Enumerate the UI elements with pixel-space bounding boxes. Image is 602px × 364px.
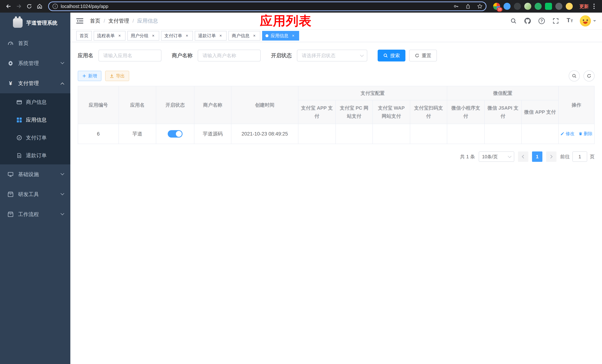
app-name-label: 应用名 xyxy=(78,52,93,59)
export-button-label: 导出 xyxy=(116,73,125,79)
bank-card-icon xyxy=(16,99,22,105)
status-select-placeholder: 请选择开启状态 xyxy=(302,52,335,59)
extension-puzzle2-icon[interactable] xyxy=(555,3,562,10)
add-button[interactable]: 新增 xyxy=(78,71,101,81)
refresh-icon[interactable] xyxy=(24,1,34,11)
refresh-table-button[interactable] xyxy=(583,70,595,81)
delete-link-label: 删除 xyxy=(584,131,592,137)
status-toggle[interactable] xyxy=(168,130,183,138)
tab-app-info[interactable]: 应用信息 xyxy=(262,31,299,41)
col-created: 创建时间 xyxy=(231,86,298,124)
next-page-button[interactable] xyxy=(546,151,557,162)
close-icon[interactable] xyxy=(291,33,296,38)
col-wx-app: 微信 APP 支付 xyxy=(521,100,559,124)
tab-pay-order[interactable]: 支付订单 xyxy=(161,31,193,41)
chevron-right-icon xyxy=(549,155,553,159)
gear-icon xyxy=(7,60,14,66)
sidebar-item-workflow[interactable]: 工作流程 xyxy=(0,204,70,225)
goto-page-input[interactable] xyxy=(572,151,587,162)
page-size-select[interactable]: 10条/页 xyxy=(479,151,514,162)
address-bar[interactable]: localhost:1024/pay/app xyxy=(48,1,486,11)
edit-link[interactable]: 修改 xyxy=(560,131,574,137)
sidebar-item-payment[interactable]: 支付管理 xyxy=(0,73,70,93)
home-icon[interactable] xyxy=(35,1,44,11)
forward-icon[interactable] xyxy=(14,1,24,11)
tab-label: 首页 xyxy=(80,33,88,39)
extension-dark-icon[interactable] xyxy=(514,3,521,10)
tab-merchant-info[interactable]: 商户信息 xyxy=(228,31,260,41)
browser-update-button[interactable]: 更新 xyxy=(576,2,592,11)
breadcrumb-home[interactable]: 首页 xyxy=(90,17,108,24)
tab-home[interactable]: 首页 xyxy=(76,31,92,41)
extension-note-icon[interactable] xyxy=(545,3,552,10)
col-alipay-pc: 支付宝 PC 网站支付 xyxy=(336,100,373,124)
close-icon[interactable] xyxy=(218,33,223,38)
bookmark-star-icon[interactable] xyxy=(475,2,484,11)
collapse-sidebar-icon[interactable] xyxy=(76,18,83,24)
sidebar-logo[interactable]: 芋道管理系统 xyxy=(0,13,70,33)
sidebar-item-refund-order[interactable]: 退款订单 xyxy=(0,147,70,164)
fullscreen-icon[interactable] xyxy=(552,17,560,25)
col-wx-jsapi: 微信 JSAPI 支付 xyxy=(484,100,521,124)
tab-user-group[interactable]: 用户分组 xyxy=(127,31,159,41)
toggle-search-button[interactable] xyxy=(569,70,580,81)
app-name-input[interactable] xyxy=(98,50,161,62)
password-key-icon[interactable] xyxy=(452,2,461,11)
tab-label: 流程表单 xyxy=(97,33,115,39)
sidebar-item-label: 应用信息 xyxy=(26,117,47,124)
search-button[interactable]: 搜索 xyxy=(378,50,405,62)
browser-menu-icon[interactable] xyxy=(593,3,595,9)
prev-page-button[interactable] xyxy=(518,151,528,162)
breadcrumb-section[interactable]: 支付管理 xyxy=(108,17,137,24)
table-row: 6 芋道 芋道源码 2021-10-23 08:49:25 xyxy=(78,124,594,144)
reset-button[interactable]: 重置 xyxy=(409,50,437,62)
search-form: 应用名 商户名称 开启状态 请选择开启状态 xyxy=(78,50,595,62)
cell-status xyxy=(156,124,194,144)
sidebar-item-label: 首页 xyxy=(18,40,29,47)
merchant-name-label: 商户名称 xyxy=(172,52,193,59)
extension-avatar-icon[interactable] xyxy=(524,3,531,10)
close-icon[interactable] xyxy=(252,33,257,38)
cell-app-name: 芋道 xyxy=(119,124,156,144)
sidebar-item-home[interactable]: 首页 xyxy=(0,33,70,53)
user-menu[interactable] xyxy=(580,15,596,26)
close-icon[interactable] xyxy=(184,33,190,38)
chevron-down-icon xyxy=(61,192,64,195)
extension-green-icon[interactable] xyxy=(535,3,542,10)
help-icon[interactable] xyxy=(538,17,546,25)
merchant-name-input[interactable] xyxy=(198,50,261,62)
close-icon[interactable] xyxy=(117,33,122,38)
tab-label: 应用信息 xyxy=(271,33,288,39)
extension-puzzle-icon[interactable]: 10 xyxy=(493,3,500,10)
add-button-label: 新增 xyxy=(88,73,97,79)
sidebar-item-merchant-info[interactable]: 商户信息 xyxy=(0,93,70,111)
site-info-icon[interactable] xyxy=(53,4,58,9)
share-icon[interactable] xyxy=(463,2,473,11)
page-number-button[interactable]: 1 xyxy=(532,151,542,162)
cell-actions: 修改 删除 xyxy=(559,124,594,144)
tab-label: 退款订单 xyxy=(198,33,216,39)
status-select[interactable]: 请选择开启状态 xyxy=(297,50,367,62)
tab-refund-order[interactable]: 退款订单 xyxy=(195,31,226,41)
workflow-box-icon xyxy=(7,211,14,218)
sidebar-item-infra[interactable]: 基础设施 xyxy=(0,164,70,184)
sidebar-item-system[interactable]: 系统管理 xyxy=(0,53,70,73)
sidebar: 芋道管理系统 首页 系统管理 支付管理 xyxy=(0,13,70,364)
delete-link[interactable]: 删除 xyxy=(579,131,592,137)
search-icon[interactable] xyxy=(509,17,517,25)
close-icon[interactable] xyxy=(151,33,156,38)
sidebar-item-label: 支付管理 xyxy=(18,80,39,87)
font-size-icon[interactable] xyxy=(566,17,574,25)
pagination: 共 1 条 10条/页 1 前往 页 xyxy=(78,151,595,162)
tab-process-form[interactable]: 流程表单 xyxy=(94,31,126,41)
export-button[interactable]: 导出 xyxy=(105,71,129,81)
sidebar-item-app-info[interactable]: 应用信息 xyxy=(0,111,70,129)
github-icon[interactable] xyxy=(524,17,532,25)
status-label: 开启状态 xyxy=(271,52,292,59)
extension-drop-icon[interactable] xyxy=(504,3,511,10)
sidebar-item-devtools[interactable]: 研发工具 xyxy=(0,184,70,204)
back-icon[interactable] xyxy=(4,1,13,11)
sidebar-item-pay-order[interactable]: 支付订单 xyxy=(0,129,70,147)
app-navbar: 首页 支付管理 应用信息 应用列表 xyxy=(70,13,602,30)
extension-smiley-icon[interactable] xyxy=(566,3,573,10)
